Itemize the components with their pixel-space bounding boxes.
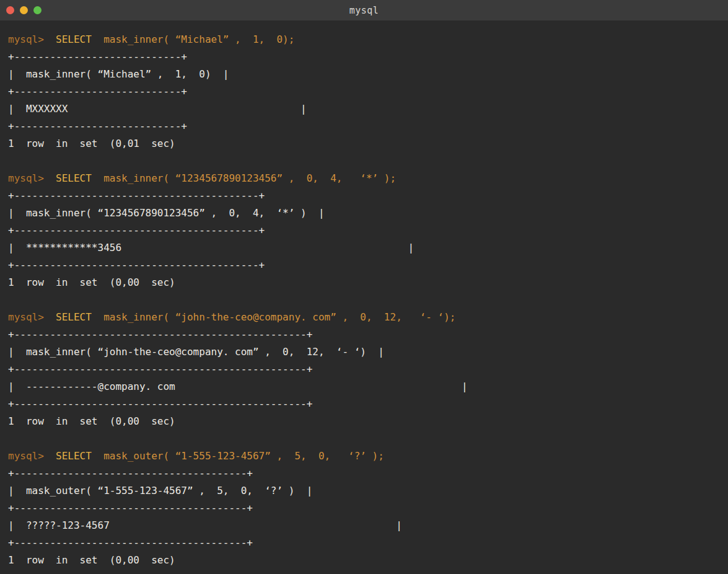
- terminal-window: mysql mysql> SELECT mask_inner( “Michael…: [0, 0, 728, 574]
- query-block: mysql> SELECT mask_inner( “1234567890123…: [8, 170, 723, 291]
- sql-keyword: SELECT: [56, 450, 92, 462]
- mysql-prompt: mysql>: [8, 33, 44, 45]
- row-count-status: 1 row in set (0,00 sec): [8, 552, 723, 569]
- sql-command: mask_outer( “1-555-123-4567” , 5, 0, ‘?’…: [103, 450, 384, 462]
- table-border-line: +---------------------------------------…: [8, 361, 723, 378]
- command-line: mysql> SELECT mask_outer( “1-555-123-456…: [8, 448, 723, 465]
- table-border-line: +---------------------------------------…: [8, 326, 723, 343]
- titlebar[interactable]: mysql: [0, 0, 728, 20]
- row-count-status: 1 row in set (0,00 sec): [8, 413, 723, 430]
- mysql-prompt: mysql>: [8, 450, 44, 462]
- table-border-line: +----------------------------+: [8, 118, 723, 135]
- table-border-line: +---------------------------------------…: [8, 187, 723, 205]
- table-data-row: | ------------@company. com |: [8, 378, 723, 395]
- sql-keyword: SELECT: [56, 172, 92, 184]
- mysql-prompt: mysql>: [8, 172, 44, 184]
- traffic-lights: [6, 0, 42, 20]
- command-line: mysql> SELECT mask_inner( “1234567890123…: [8, 170, 723, 187]
- table-data-row: | MXXXXXX |: [8, 100, 723, 118]
- sql-command: mask_inner( “1234567890123456” , 0, 4, ‘…: [103, 172, 396, 184]
- table-border-line: +---------------------------------------…: [8, 534, 723, 552]
- table-data-row: | ************3456 |: [8, 239, 723, 257]
- table-border-line: +---------------------------------------…: [8, 257, 723, 274]
- table-header-row: | mask_inner( “1234567890123456” , 0, 4,…: [8, 205, 723, 222]
- sql-keyword: SELECT: [56, 311, 92, 323]
- table-border-line: +---------------------------------------…: [8, 395, 723, 413]
- row-count-status: 1 row in set (0,01 sec): [8, 135, 723, 152]
- table-border-line: +---------------------------------------…: [8, 465, 723, 482]
- query-block: mysql> SELECT mask_inner( “john-the-ceo@…: [8, 309, 723, 430]
- close-button[interactable]: [6, 6, 14, 14]
- window-title: mysql: [349, 5, 379, 16]
- table-data-row: | ?????-123-4567 |: [8, 517, 723, 534]
- command-line: mysql> SELECT mask_inner( “john-the-ceo@…: [8, 309, 723, 326]
- command-line: mysql> SELECT mask_inner( “Michael” , 1,…: [8, 31, 723, 48]
- sql-command: mask_inner( “Michael” , 1, 0);: [103, 33, 294, 45]
- table-header-row: | mask_inner( “Michael” , 1, 0) |: [8, 66, 723, 83]
- mysql-prompt: mysql>: [8, 311, 44, 323]
- minimize-button[interactable]: [20, 6, 28, 14]
- table-border-line: +---------------------------------------…: [8, 222, 723, 239]
- terminal-output: mysql> SELECT mask_inner( “Michael” , 1,…: [0, 20, 728, 574]
- query-block: mysql> SELECT mask_inner( “Michael” , 1,…: [8, 31, 723, 152]
- table-header-row: | mask_outer( “1-555-123-4567” , 5, 0, ‘…: [8, 482, 723, 500]
- row-count-status: 1 row in set (0,00 sec): [8, 274, 723, 291]
- table-border-line: +----------------------------+: [8, 83, 723, 100]
- query-block: mysql> SELECT mask_outer( “1-555-123-456…: [8, 448, 723, 569]
- table-border-line: +----------------------------+: [8, 48, 723, 66]
- table-border-line: +---------------------------------------…: [8, 500, 723, 517]
- table-header-row: | mask_inner( “john-the-ceo@company. com…: [8, 343, 723, 361]
- sql-command: mask_inner( “john-the-ceo@company. com” …: [103, 311, 455, 323]
- sql-keyword: SELECT: [56, 33, 92, 45]
- zoom-button[interactable]: [33, 6, 42, 14]
